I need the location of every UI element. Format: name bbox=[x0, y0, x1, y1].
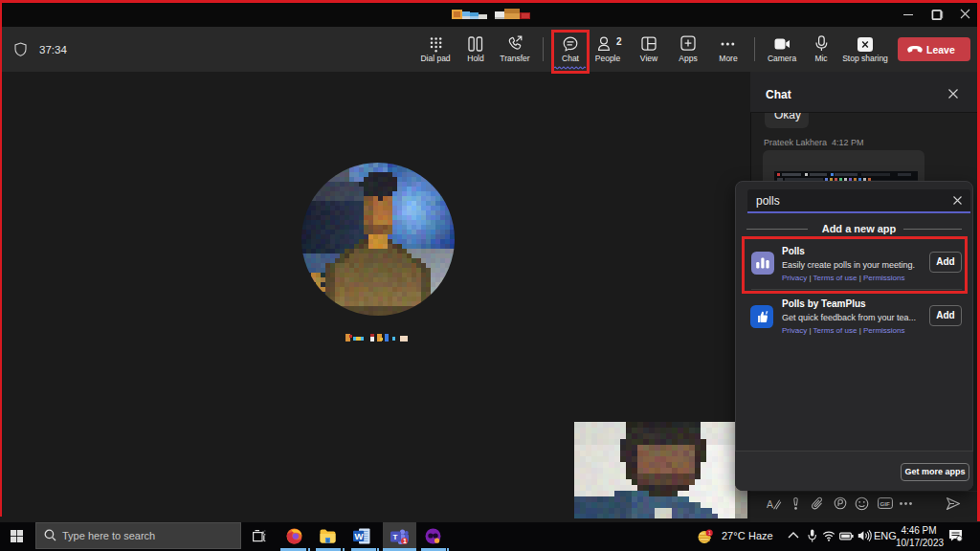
svg-text:T: T bbox=[393, 533, 398, 541]
svg-text:A: A bbox=[767, 499, 773, 510]
svg-text:GIF: GIF bbox=[880, 500, 890, 507]
svg-text:W: W bbox=[355, 531, 364, 541]
svg-text:1: 1 bbox=[403, 538, 407, 544]
